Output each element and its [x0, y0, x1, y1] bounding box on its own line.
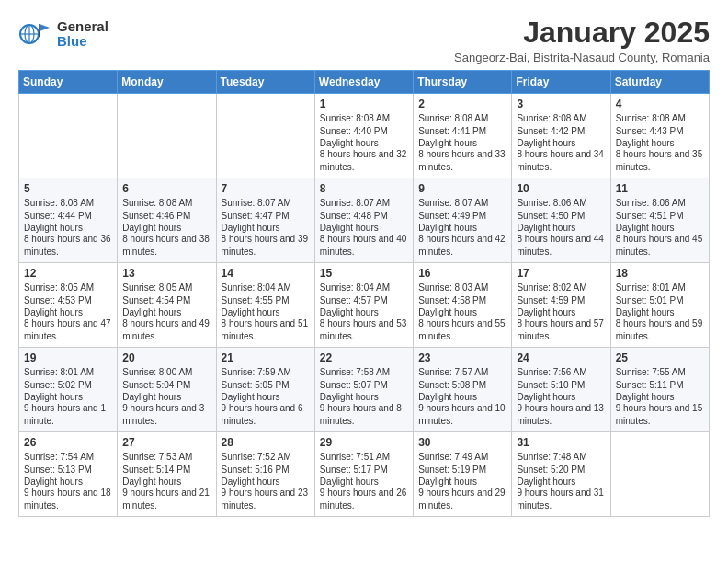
sun-info: Sunset: 5:19 PM [418, 464, 506, 477]
daylight-label: Daylight hours [320, 223, 408, 233]
sun-info: Sunset: 5:17 PM [320, 464, 408, 477]
calendar-cell: 7Sunrise: 8:07 AMSunset: 4:47 PMDaylight… [216, 178, 314, 263]
calendar-cell: 21Sunrise: 7:59 AMSunset: 5:05 PMDayligh… [216, 348, 314, 432]
calendar-cell [19, 94, 118, 178]
day-number: 26 [24, 436, 112, 449]
daylight-label: Daylight hours [122, 392, 210, 402]
calendar-cell: 26Sunrise: 7:54 AMSunset: 5:13 PMDayligh… [19, 432, 118, 517]
day-number: 14 [222, 267, 310, 280]
day-number: 2 [418, 98, 506, 110]
daylight-value: 8 hours hours and 42 minutes. [418, 233, 506, 259]
sun-info: Sunrise: 7:56 AM [517, 366, 605, 379]
sun-info: Sunset: 4:59 PM [517, 294, 605, 307]
sun-info: Sunrise: 8:08 AM [616, 112, 704, 125]
sun-info: Sunset: 4:41 PM [418, 125, 506, 138]
calendar-cell: 19Sunrise: 8:01 AMSunset: 5:02 PMDayligh… [19, 348, 118, 432]
sun-info: Sunset: 5:07 PM [320, 379, 408, 392]
daylight-label: Daylight hours [616, 138, 704, 148]
calendar-cell: 22Sunrise: 7:58 AMSunset: 5:07 PMDayligh… [314, 348, 413, 432]
sun-info: Sunset: 4:42 PM [517, 125, 605, 138]
sun-info: Sunrise: 7:57 AM [418, 366, 506, 379]
sun-info: Sunset: 4:47 PM [222, 210, 310, 223]
sun-info: Sunset: 4:46 PM [122, 210, 210, 223]
day-number: 27 [122, 436, 210, 449]
sun-info: Sunrise: 8:07 AM [222, 197, 310, 210]
sun-info: Sunrise: 8:05 AM [24, 282, 112, 294]
day-number: 22 [320, 351, 408, 364]
calendar-cell: 1Sunrise: 8:08 AMSunset: 4:40 PMDaylight… [314, 94, 413, 178]
sun-info: Sunset: 5:08 PM [418, 379, 506, 392]
logo-text: General Blue [57, 19, 108, 50]
daylight-label: Daylight hours [418, 223, 506, 233]
calendar-cell: 31Sunrise: 7:48 AMSunset: 5:20 PMDayligh… [512, 432, 610, 517]
calendar-cell: 2Sunrise: 8:08 AMSunset: 4:41 PMDaylight… [414, 94, 512, 178]
daylight-value: 9 hours hours and 1 minute. [24, 402, 112, 428]
calendar-cell: 6Sunrise: 8:08 AMSunset: 4:46 PMDaylight… [118, 178, 216, 263]
daylight-label: Daylight hours [517, 223, 605, 233]
daylight-value: 9 hours hours and 8 minutes. [320, 402, 408, 428]
sun-info: Sunset: 5:14 PM [122, 464, 210, 477]
sun-info: Sunrise: 7:53 AM [122, 451, 210, 464]
sun-info: Sunrise: 7:52 AM [222, 451, 310, 464]
sun-info: Sunrise: 8:01 AM [24, 366, 112, 379]
daylight-value: 8 hours hours and 49 minutes. [122, 317, 210, 343]
sun-info: Sunset: 5:16 PM [222, 464, 310, 477]
sun-info: Sunset: 4:48 PM [320, 210, 408, 223]
sun-info: Sunrise: 8:07 AM [418, 197, 506, 210]
calendar-cell: 18Sunrise: 8:01 AMSunset: 5:01 PMDayligh… [610, 263, 709, 348]
logo-general-text: General [57, 19, 108, 35]
day-header-thursday: Thursday [414, 71, 512, 94]
daylight-value: 8 hours hours and 45 minutes. [616, 233, 704, 259]
day-number: 23 [418, 351, 506, 364]
calendar-cell: 8Sunrise: 8:07 AMSunset: 4:48 PMDaylight… [314, 178, 413, 263]
sun-info: Sunrise: 8:00 AM [122, 366, 210, 379]
logo: General Blue [18, 17, 108, 52]
calendar-cell [610, 432, 709, 517]
daylight-value: 8 hours hours and 38 minutes. [122, 233, 210, 259]
calendar-cell: 27Sunrise: 7:53 AMSunset: 5:14 PMDayligh… [118, 432, 216, 517]
daylight-label: Daylight hours [122, 477, 210, 487]
sun-info: Sunset: 4:49 PM [418, 210, 506, 223]
daylight-label: Daylight hours [616, 223, 704, 233]
daylight-label: Daylight hours [24, 477, 112, 487]
sun-info: Sunset: 4:43 PM [616, 125, 704, 138]
day-number: 3 [517, 98, 605, 110]
day-number: 5 [24, 182, 112, 195]
daylight-value: 8 hours hours and 53 minutes. [320, 317, 408, 343]
daylight-label: Daylight hours [616, 392, 704, 402]
calendar-header-row: SundayMondayTuesdayWednesdayThursdayFrid… [19, 71, 710, 94]
day-number: 15 [320, 267, 408, 280]
day-number: 9 [418, 182, 506, 195]
calendar-cell: 5Sunrise: 8:08 AMSunset: 4:44 PMDaylight… [19, 178, 118, 263]
day-number: 30 [418, 436, 506, 449]
daylight-value: 8 hours hours and 47 minutes. [24, 317, 112, 343]
daylight-label: Daylight hours [222, 477, 310, 487]
day-number: 21 [222, 351, 310, 364]
sun-info: Sunset: 5:10 PM [517, 379, 605, 392]
calendar-week-5: 26Sunrise: 7:54 AMSunset: 5:13 PMDayligh… [19, 432, 710, 517]
daylight-value: 8 hours hours and 51 minutes. [222, 317, 310, 343]
sun-info: Sunrise: 8:04 AM [320, 282, 408, 294]
sun-info: Sunrise: 8:06 AM [517, 197, 605, 210]
day-header-sunday: Sunday [19, 71, 118, 94]
day-number: 1 [320, 98, 408, 110]
sun-info: Sunrise: 8:08 AM [24, 197, 112, 210]
page: General Blue January 2025 Sangeorz-Bai, … [0, 0, 728, 534]
daylight-value: 9 hours hours and 18 minutes. [24, 487, 112, 512]
daylight-value: 8 hours hours and 39 minutes. [222, 233, 310, 259]
day-number: 12 [24, 267, 112, 280]
daylight-value: 8 hours hours and 35 minutes. [616, 148, 704, 174]
sun-info: Sunrise: 8:08 AM [122, 197, 210, 210]
daylight-label: Daylight hours [320, 392, 408, 402]
day-number: 11 [616, 182, 704, 195]
sun-info: Sunrise: 7:58 AM [320, 366, 408, 379]
day-header-friday: Friday [512, 71, 610, 94]
sun-info: Sunrise: 8:02 AM [517, 282, 605, 294]
calendar-cell: 10Sunrise: 8:06 AMSunset: 4:50 PMDayligh… [512, 178, 610, 263]
daylight-value: 9 hours hours and 13 minutes. [517, 402, 605, 428]
calendar-cell: 11Sunrise: 8:06 AMSunset: 4:51 PMDayligh… [610, 178, 709, 263]
daylight-label: Daylight hours [418, 307, 506, 317]
day-header-wednesday: Wednesday [314, 71, 413, 94]
daylight-label: Daylight hours [418, 392, 506, 402]
sun-info: Sunset: 4:50 PM [517, 210, 605, 223]
